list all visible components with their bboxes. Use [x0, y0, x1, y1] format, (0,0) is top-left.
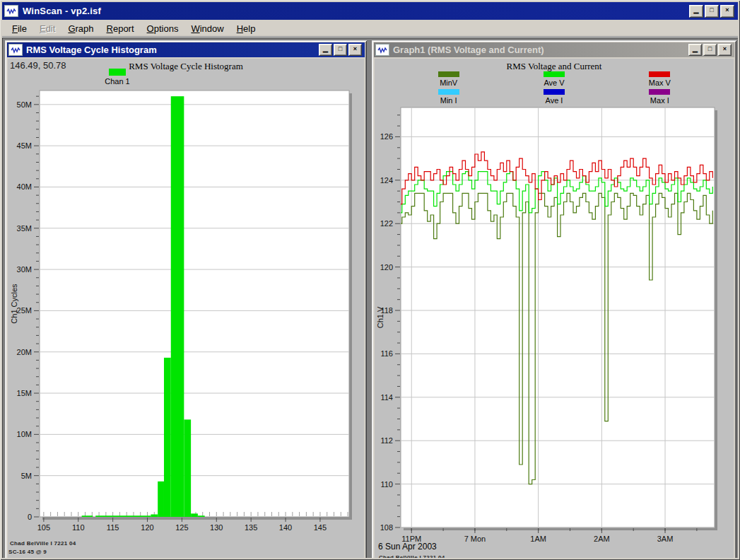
right-close-button[interactable]: × [718, 44, 732, 56]
graph1-window-content: RMS Voltage and Current MinVMin IAve VAv… [375, 59, 734, 558]
winscan-application-window: WinScan - vp2.isf ▁□× FileEditGraphRepor… [0, 0, 740, 560]
tick-label: 145 [314, 523, 327, 532]
winscan-icon [375, 44, 389, 56]
histogram-bar [82, 515, 93, 517]
menu-item-edit: Edit [33, 22, 61, 35]
close-icon: × [353, 46, 357, 52]
menu-item-window[interactable]: Window [184, 22, 230, 35]
histogram-window: RMS Voltage Cycle Histogram ▁□× 146.49, … [5, 40, 367, 558]
histogram-bar [184, 419, 191, 517]
menu-item-graph[interactable]: Graph [61, 22, 100, 35]
watermark-line-1: Chad BelVille I 7221 04 [10, 540, 76, 547]
histogram-plot[interactable]: 05M10M15M20M25M30M35M40M45M50M1051101151… [8, 59, 364, 558]
tick-label: 7 Mon [464, 535, 486, 543]
watermark-line-1: Chad BelVille I 7221 04 [379, 554, 445, 558]
menu-bar: FileEditGraphReportOptionsWindowHelp [2, 21, 738, 37]
histogram-window-title: RMS Voltage Cycle Histogram [26, 45, 157, 55]
histogram-window-controls: ▁□× [319, 44, 363, 56]
tick-label: 124 [380, 176, 393, 185]
tick-label: 114 [380, 393, 393, 402]
histogram-bar [158, 482, 164, 517]
x-axis-date-label: 6 Sun Apr 2003 [378, 542, 437, 552]
close-icon: × [723, 46, 727, 52]
tick-label: 5M [21, 472, 32, 480]
graph1-window: Graph1 (RMS Voltage and Current) ▁□× RMS… [372, 40, 736, 558]
minimize-icon: ▁ [694, 7, 699, 13]
tick-label: 0 [28, 513, 32, 521]
histogram-window-content: 146.49, 50.78 RMS Voltage Cycle Histogra… [8, 59, 364, 558]
main-close-button[interactable]: × [720, 5, 734, 18]
tick-label: 45M [17, 141, 32, 150]
menu-item-report[interactable]: Report [100, 22, 141, 35]
maximize-icon: □ [710, 7, 713, 13]
tick-label: 115 [107, 523, 119, 532]
tick-label: 108 [380, 523, 393, 532]
watermark-line-2: SC-16 45 @ 9 [8, 549, 47, 555]
y-axis-label: Ch1 V [376, 306, 384, 328]
tick-label: 135 [245, 523, 257, 532]
mdi-client-area: RMS Voltage Cycle Histogram ▁□× 146.49, … [2, 37, 738, 558]
tick-label: 35M [17, 224, 32, 233]
graph1-window-title: Graph1 (RMS Voltage and Current) [393, 45, 544, 55]
tick-label: 120 [141, 523, 153, 532]
minimize-icon: ▁ [323, 46, 328, 52]
line-plot[interactable]: 10811011211411611812012212412611PM7 Mon1… [375, 59, 734, 558]
tick-label: 105 [37, 523, 50, 532]
maximize-icon: □ [339, 46, 342, 52]
menu-item-help[interactable]: Help [230, 22, 262, 35]
tick-label: 30M [17, 265, 32, 274]
tick-label: 1AM [530, 535, 546, 543]
right-minimize-button[interactable]: ▁ [688, 44, 702, 56]
close-icon: × [725, 7, 729, 13]
tick-label: 50M [17, 100, 32, 109]
menu-item-file[interactable]: File [6, 22, 33, 35]
tick-label: 2AM [594, 535, 610, 543]
tick-label: 120 [380, 263, 393, 272]
left-maximize-button[interactable]: □ [334, 44, 347, 56]
main-window-controls: ▁□× [689, 5, 736, 18]
minimize-icon: ▁ [693, 46, 698, 52]
tick-label: 130 [210, 523, 223, 532]
tick-label: 10M [17, 430, 32, 438]
y-axis-label: Ch1 Cycles [10, 284, 18, 324]
menu-item-options[interactable]: Options [141, 22, 185, 35]
histogram-bar [95, 515, 151, 517]
window-title: WinScan - vp2.isf [23, 6, 101, 16]
tick-label: 125 [175, 523, 188, 532]
tick-label: 3AM [657, 535, 674, 543]
tick-label: 20M [17, 348, 32, 356]
tick-label: 15M [17, 389, 32, 397]
maximize-icon: □ [708, 46, 712, 52]
main-minimize-button[interactable]: ▁ [689, 5, 703, 18]
histogram-bar [151, 515, 158, 517]
tick-label: 40M [17, 182, 32, 191]
left-close-button[interactable]: × [348, 44, 362, 56]
tick-label: 126 [380, 132, 393, 141]
winscan-icon [8, 44, 23, 56]
graph1-window-titlebar[interactable]: Graph1 (RMS Voltage and Current) ▁□× [374, 42, 734, 57]
histogram-bar [191, 513, 198, 517]
histogram-window-titlebar[interactable]: RMS Voltage Cycle Histogram ▁□× [7, 42, 365, 57]
tick-label: 112 [380, 436, 393, 445]
tick-label: 122 [380, 219, 393, 228]
tick-label: 110 [380, 480, 393, 489]
tick-label: 116 [380, 349, 393, 358]
tick-label: 140 [279, 523, 292, 532]
main-maximize-button[interactable]: □ [705, 5, 719, 18]
winscan-icon [4, 5, 18, 17]
histogram-bar [198, 515, 205, 517]
tick-label: 25M [17, 306, 32, 315]
main-titlebar[interactable]: WinScan - vp2.isf ▁□× [2, 2, 738, 20]
graph1-window-controls: ▁□× [688, 44, 733, 56]
tick-label: 110 [72, 523, 85, 532]
right-maximize-button[interactable]: □ [703, 44, 717, 56]
left-minimize-button[interactable]: ▁ [319, 44, 332, 56]
histogram-bar [164, 358, 171, 517]
histogram-bar [171, 96, 184, 517]
